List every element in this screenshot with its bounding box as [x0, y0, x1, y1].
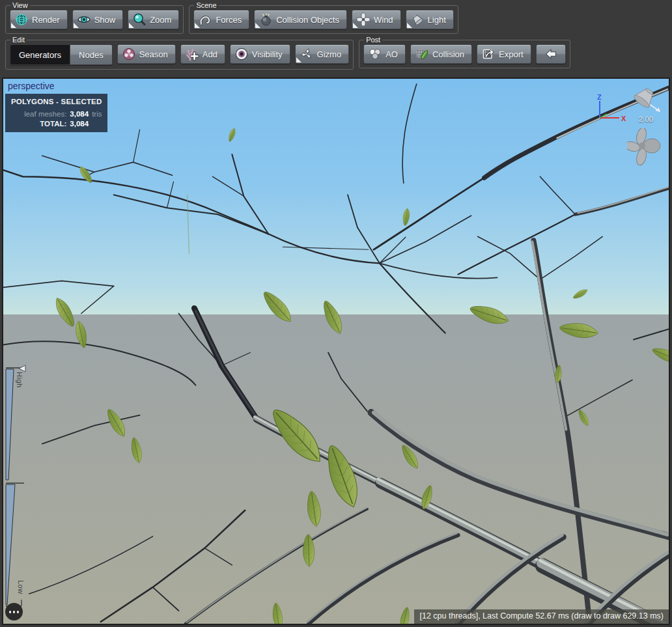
- group-post: Post AO Collision Export: [359, 36, 570, 68]
- dropdown-corner-icon: [11, 23, 16, 28]
- eye-icon: [77, 12, 91, 27]
- magnifier-icon: [132, 12, 147, 27]
- magnet-curve-icon: [198, 12, 212, 27]
- back-button[interactable]: [536, 44, 566, 64]
- flower-icon: [122, 47, 136, 61]
- light-intensity-value: 2.00: [624, 115, 667, 123]
- lamp-icon: [627, 88, 665, 115]
- forces-button[interactable]: Forces: [193, 10, 249, 29]
- tree-scene-render: [3, 79, 669, 624]
- group-post-label: Post: [364, 36, 382, 44]
- light-button-label: Light: [428, 15, 446, 25]
- export-button[interactable]: Export: [477, 44, 531, 64]
- branches: [185, 88, 669, 624]
- dropdown-corner-icon: [129, 23, 134, 28]
- season-button[interactable]: Season: [117, 44, 176, 64]
- branch-plus-icon: [185, 47, 199, 61]
- gizmo-button[interactable]: Gizmo: [295, 44, 350, 64]
- visibility-button[interactable]: Visibility: [230, 44, 290, 64]
- ao-button[interactable]: AO: [363, 44, 406, 64]
- lod-high-label: High: [16, 372, 23, 388]
- gizmo-button-label: Gizmo: [317, 49, 342, 59]
- dropdown-corner-icon: [407, 23, 412, 28]
- viewport-frame: perspective POLYGONS - SELECTED leaf mes…: [2, 77, 670, 625]
- light-gizmo[interactable]: 2.00: [624, 88, 667, 123]
- mesh-leaf-icon: [415, 47, 429, 61]
- axis-z-label: Z: [597, 94, 602, 101]
- zoom-button[interactable]: Zoom: [128, 10, 179, 29]
- add-button[interactable]: Add: [180, 44, 225, 64]
- collision-objects-button[interactable]: Collision Objects: [254, 10, 347, 29]
- season-button-label: Season: [139, 49, 168, 59]
- collision-objects-button-label: Collision Objects: [276, 15, 339, 25]
- show-button[interactable]: Show: [72, 10, 124, 29]
- wind-button-label: Wind: [374, 15, 393, 25]
- ao-button-label: AO: [385, 49, 398, 59]
- tab-generators[interactable]: Generators: [10, 45, 70, 64]
- dropdown-corner-icon: [255, 23, 260, 28]
- spotlight-icon: [410, 12, 425, 27]
- collision-button[interactable]: Collision: [410, 44, 472, 64]
- status-bar: [12 cpu threads], Last Compute 52.67 ms …: [414, 609, 669, 624]
- poly-row-label: leaf meshes:: [24, 110, 66, 118]
- tab-nodes[interactable]: Nodes: [70, 45, 112, 64]
- viewport-3d[interactable]: perspective POLYGONS - SELECTED leaf mes…: [3, 79, 669, 624]
- polygons-panel: POLYGONS - SELECTED leaf meshes: 3,084 t…: [5, 94, 107, 132]
- light-button[interactable]: Light: [406, 10, 454, 29]
- ellipsis-icon: [13, 611, 15, 613]
- move-arrows-icon: [300, 47, 314, 61]
- show-button-label: Show: [94, 15, 116, 25]
- wind-button[interactable]: Wind: [352, 10, 401, 29]
- bomb-icon: [259, 12, 273, 27]
- zoom-button-label: Zoom: [150, 15, 171, 25]
- dropdown-corner-icon: [296, 57, 301, 63]
- add-button-label: Add: [203, 49, 217, 59]
- polygons-panel-title: POLYGONS - SELECTED: [11, 98, 102, 105]
- ellipsis-icon: [9, 611, 11, 613]
- group-view: View Render Show Zoom: [5, 1, 184, 34]
- poly-total-suffix: [92, 120, 102, 128]
- group-view-label: View: [10, 1, 30, 9]
- axis-gizmo: Z X: [589, 94, 627, 130]
- collision-button-label: Collision: [432, 49, 464, 59]
- sphere-cluster-icon: [368, 47, 382, 61]
- render-sphere-icon: [14, 12, 29, 27]
- eyeball-icon: [234, 47, 249, 61]
- poly-row-value: 3,084: [70, 110, 89, 118]
- group-scene: Scene Forces Collision Objects: [189, 1, 458, 34]
- box-arrow-icon: [481, 47, 496, 61]
- ellipsis-icon: [17, 611, 19, 613]
- left-arrow-icon: [544, 47, 558, 61]
- render-button-label: Render: [32, 15, 60, 25]
- visibility-button-label: Visibility: [252, 49, 283, 59]
- fan-icon: [356, 12, 371, 27]
- poly-total-value: 3,084: [70, 120, 89, 128]
- group-edit: Edit Generators Nodes Season Add: [5, 36, 354, 70]
- viewport-menu-button[interactable]: [5, 603, 23, 620]
- group-edit-label: Edit: [10, 36, 27, 44]
- poly-total-label: TOTAL:: [24, 120, 66, 128]
- group-scene-label: Scene: [194, 1, 218, 9]
- render-button[interactable]: Render: [10, 10, 68, 29]
- lod-slider[interactable]: High Low: [3, 364, 33, 618]
- export-button-label: Export: [499, 49, 524, 59]
- forces-button-label: Forces: [216, 15, 242, 25]
- lod-low-label: Low: [17, 580, 25, 594]
- wind-turbine-gizmo[interactable]: [627, 128, 664, 166]
- dropdown-corner-icon: [195, 23, 200, 28]
- poly-row-suffix: tris: [92, 110, 102, 118]
- camera-view-label[interactable]: perspective: [8, 81, 55, 91]
- dropdown-corner-icon: [74, 23, 79, 28]
- twigs: [3, 84, 669, 622]
- edit-mode-segmented: Generators Nodes: [10, 44, 113, 65]
- toolbar-row-1: View Render Show Zoom: [0, 1, 672, 34]
- dropdown-corner-icon: [353, 23, 358, 28]
- toolbar-row-2: Edit Generators Nodes Season Add: [0, 36, 672, 70]
